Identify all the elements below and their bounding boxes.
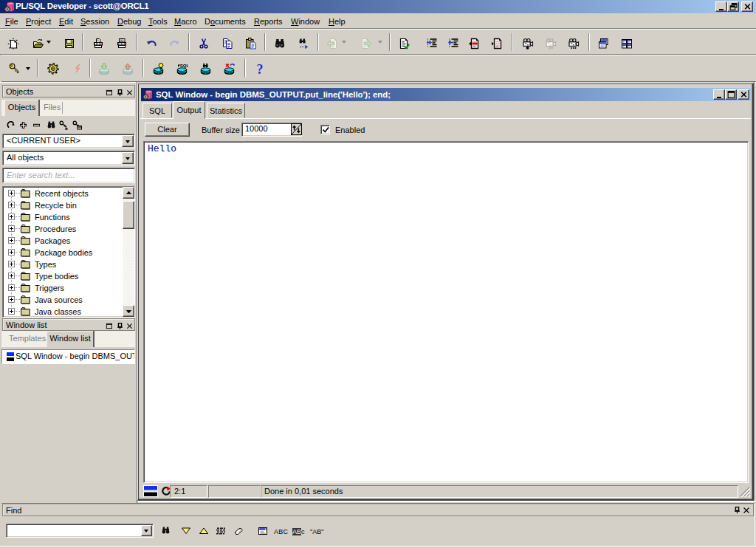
svg-text:SQL: SQL	[180, 64, 188, 68]
svg-text:?: ?	[257, 63, 264, 75]
